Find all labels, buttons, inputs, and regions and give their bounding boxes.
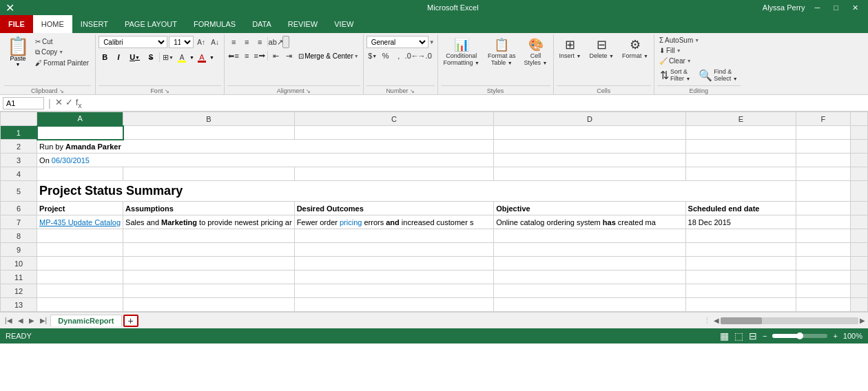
cell-e13[interactable] [685, 298, 796, 312]
cell-a12[interactable] [37, 284, 123, 298]
tab-file[interactable]: FILE [0, 15, 33, 33]
merge-center-button[interactable]: ⊡ Merge & Center ▼ [297, 50, 360, 62]
strikethrough-button[interactable]: S [145, 51, 157, 63]
sort-filter-button[interactable]: ⇅ Sort &Filter ▼ [657, 67, 693, 83]
row-header-6[interactable]: 6 [1, 202, 37, 215]
col-header-f[interactable]: F [796, 112, 850, 126]
cell-b1[interactable] [123, 126, 295, 140]
format-painter-button[interactable]: 🖌 Format Painter [33, 59, 91, 67]
fill-color-button[interactable]: A [176, 51, 188, 63]
cell-a5[interactable]: Project Status Summary [37, 181, 796, 202]
cell-b10[interactable] [123, 257, 295, 271]
align-center-btn[interactable]: ≡ [240, 50, 253, 62]
comma-btn[interactable]: , [393, 50, 405, 62]
cell-f11[interactable] [796, 271, 850, 284]
sheet-nav-prev[interactable]: ◀ [16, 317, 25, 324]
row-header-4[interactable]: 4 [1, 167, 37, 181]
row-header-9[interactable]: 9 [1, 243, 37, 257]
sheet-nav-next[interactable]: ▶ [27, 317, 37, 324]
cell-reference-box[interactable]: A1 [3, 97, 44, 109]
cell-d6[interactable]: Objective [494, 202, 685, 215]
catalog-link[interactable]: MP-435 Update Catalog [39, 218, 121, 226]
cell-e8[interactable] [685, 229, 796, 243]
fill-button[interactable]: ⬇ Fill ▼ [657, 46, 683, 55]
cell-e3[interactable] [685, 154, 796, 167]
cell-a3[interactable]: On 06/30/2015 [37, 154, 494, 167]
cell-e7[interactable]: 18 Dec 2015 [685, 215, 796, 229]
insert-cell-button[interactable]: ⊞ Insert ▼ [557, 36, 584, 61]
number-format-select[interactable]: General [366, 36, 428, 48]
tab-review[interactable]: REVIEW [280, 15, 326, 33]
row-header-3[interactable]: 3 [1, 154, 37, 167]
align-left-btn[interactable]: ⬅≡ [227, 50, 240, 62]
cell-e2[interactable] [685, 140, 796, 154]
row-header-2[interactable]: 2 [1, 140, 37, 154]
cell-d12[interactable] [494, 284, 685, 298]
cell-a9[interactable] [37, 243, 123, 257]
row-header-1[interactable]: 1 [1, 126, 37, 140]
format-as-table-button[interactable]: 📋 Format asTable ▼ [485, 36, 519, 67]
decrease-font-btn[interactable]: A↓ [209, 36, 221, 48]
cell-styles-button[interactable]: 🎨 CellStyles ▼ [521, 36, 550, 67]
hscroll-right-btn[interactable]: ▶ [860, 317, 865, 324]
col-header-b[interactable]: B [123, 112, 295, 126]
cell-d1[interactable] [494, 126, 685, 140]
cell-a4[interactable] [37, 167, 123, 181]
cell-d9[interactable] [494, 243, 685, 257]
cell-d2[interactable] [494, 140, 685, 154]
paste-button[interactable]: 📋 Paste ▼ [4, 36, 32, 68]
col-header-c[interactable]: C [294, 112, 494, 126]
angle-text-btn[interactable]: ab↗ [269, 36, 282, 48]
cell-f9[interactable] [796, 243, 850, 257]
cell-d4[interactable] [494, 167, 685, 181]
tab-page-layout[interactable]: PAGE LAYOUT [116, 15, 185, 33]
fill-color-dropdown[interactable]: ▼ [189, 55, 194, 60]
row-header-7[interactable]: 7 [1, 215, 37, 229]
zoom-in-btn[interactable]: + [833, 332, 837, 340]
col-header-e[interactable]: E [685, 112, 796, 126]
col-header-a[interactable]: A [37, 112, 123, 126]
italic-button[interactable]: I [112, 51, 125, 63]
cell-f2[interactable] [796, 140, 850, 154]
hscroll-left-btn[interactable]: ◀ [714, 317, 719, 324]
cell-a11[interactable] [37, 271, 123, 284]
row-header-11[interactable]: 11 [1, 271, 37, 284]
find-select-button[interactable]: 🔍 Find &Select ▼ [696, 67, 740, 83]
tab-view[interactable]: VIEW [326, 15, 362, 33]
horizontal-scrollbar[interactable] [721, 317, 858, 324]
cell-c6[interactable]: Desired Outcomes [294, 202, 494, 215]
cell-d3[interactable] [494, 154, 685, 167]
decrease-decimal-btn[interactable]: .0← [406, 50, 418, 62]
accept-formula-icon[interactable]: ✓ [65, 97, 73, 109]
align-right-btn[interactable]: ≡⮕ [254, 50, 266, 62]
cell-c4[interactable] [294, 167, 494, 181]
cell-b9[interactable] [123, 243, 295, 257]
align-top-center-btn[interactable]: ≡ [240, 36, 253, 48]
cell-c8[interactable] [294, 229, 494, 243]
autosum-button[interactable]: Σ AutoSum ▼ [657, 36, 701, 45]
add-sheet-button[interactable]: + [123, 315, 138, 327]
cell-b7[interactable]: Sales and Marketing to provide newest pr… [123, 215, 295, 229]
conditional-formatting-button[interactable]: 📊 ConditionalFormatting ▼ [441, 36, 482, 67]
cell-a8[interactable] [37, 229, 123, 243]
cell-e6[interactable]: Scheduled end date [685, 202, 796, 215]
bold-button[interactable]: B [99, 51, 111, 63]
cell-b6[interactable]: Assumptions [123, 202, 295, 215]
cell-b12[interactable] [123, 284, 295, 298]
cell-d8[interactable] [494, 229, 685, 243]
cancel-formula-icon[interactable]: ✕ [55, 97, 63, 109]
tab-insert[interactable]: INSERT [72, 15, 116, 33]
cell-e11[interactable] [685, 271, 796, 284]
accounting-btn[interactable]: $▼ [366, 50, 379, 62]
cell-b8[interactable] [123, 229, 295, 243]
zoom-slider-thumb[interactable] [796, 332, 803, 339]
font-color-button[interactable]: A [196, 51, 208, 63]
cell-a7[interactable]: MP-435 Update Catalog [37, 215, 123, 229]
cell-f13[interactable] [796, 298, 850, 312]
tab-data[interactable]: DATA [244, 15, 280, 33]
cell-f8[interactable] [796, 229, 850, 243]
tab-home[interactable]: HOME [33, 15, 72, 33]
cell-c11[interactable] [294, 271, 494, 284]
cell-a10[interactable] [37, 257, 123, 271]
cell-a1[interactable] [37, 126, 123, 140]
